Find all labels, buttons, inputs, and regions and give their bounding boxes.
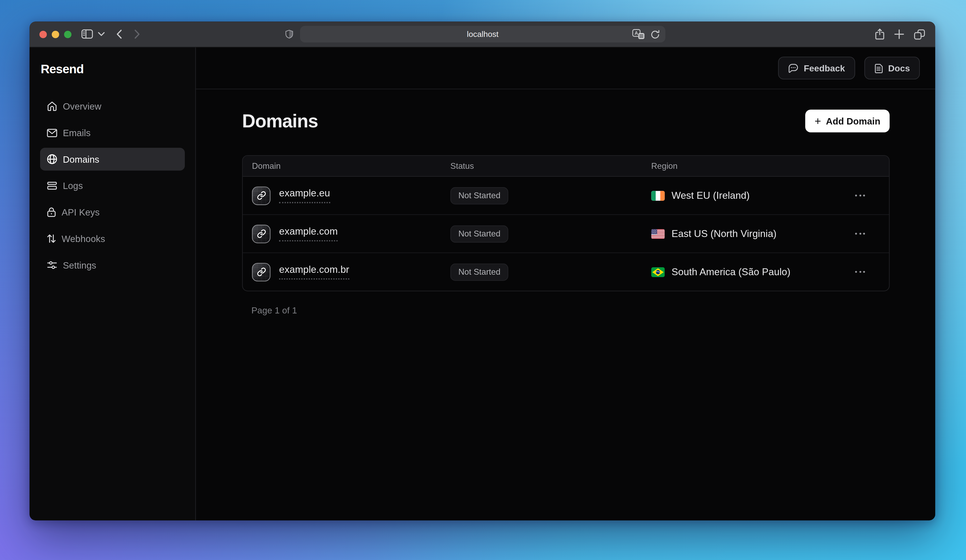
status-badge: Not Started	[450, 225, 508, 242]
table-row: example.eu Not Started West EU (Ireland)	[243, 177, 889, 215]
status-badge: Not Started	[450, 263, 508, 280]
sidebar: Resend Overview	[30, 47, 196, 521]
sidebar-item-domains[interactable]: Domains	[40, 148, 185, 171]
sidebar-item-overview[interactable]: Overview	[40, 95, 185, 118]
docs-button-label: Docs	[888, 63, 910, 73]
row-menu-icon[interactable]	[840, 195, 880, 196]
region-label: South America (São Paulo)	[672, 266, 790, 277]
main-panel: Feedback Docs Domains	[196, 47, 935, 521]
page-title: Domains	[242, 110, 318, 131]
toolbar-left-controls	[81, 21, 140, 47]
link-icon	[252, 186, 271, 205]
home-icon	[47, 101, 57, 111]
globe-icon	[47, 154, 57, 164]
document-icon	[874, 63, 882, 73]
sidebar-item-label: Logs	[63, 180, 83, 191]
arrows-up-down-icon	[47, 233, 56, 244]
pagination-status: Page 1 of 1	[242, 306, 890, 315]
chevron-down-icon[interactable]	[98, 32, 105, 36]
ireland-flag-icon	[651, 190, 665, 200]
status-badge: Not Started	[450, 187, 508, 204]
sidebar-toggle-icon[interactable]	[81, 29, 93, 39]
row-menu-icon[interactable]	[840, 233, 880, 235]
column-header-status: Status	[450, 161, 651, 171]
brazil-flag-icon	[651, 267, 665, 277]
domains-table: Domain Status Region	[242, 155, 890, 291]
region-label: West EU (Ireland)	[672, 190, 749, 201]
translate-icon[interactable]: A	[632, 29, 645, 39]
envelope-icon	[47, 128, 57, 137]
add-domain-button-label: Add Domain	[826, 116, 881, 126]
browser-window: localhost A	[30, 21, 935, 520]
feedback-button-label: Feedback	[804, 63, 845, 73]
domain-link[interactable]: example.com	[279, 226, 338, 242]
svg-text:A: A	[635, 30, 638, 36]
sidebar-item-webhooks[interactable]: Webhooks	[40, 227, 185, 250]
reload-icon[interactable]	[651, 29, 660, 39]
sidebar-item-label: Settings	[63, 260, 96, 270]
docs-button[interactable]: Docs	[864, 57, 920, 79]
row-menu-icon[interactable]	[840, 271, 880, 273]
domain-link[interactable]: example.com.br	[279, 264, 349, 280]
sidebar-item-label: Overview	[63, 101, 102, 111]
plus-icon: +	[815, 115, 821, 127]
sidebar-nav: Overview Emails	[30, 95, 195, 276]
address-bar-icons: A	[632, 26, 660, 43]
sidebar-item-label: Webhooks	[62, 233, 105, 244]
sliders-icon	[47, 260, 57, 270]
sidebar-item-label: Emails	[63, 128, 90, 138]
resend-app: Resend Overview	[30, 47, 935, 521]
sidebar-item-emails[interactable]: Emails	[40, 121, 185, 144]
table-row: example.com.br Not Started Sou	[243, 253, 889, 291]
lock-icon	[47, 207, 56, 217]
table-header-row: Domain Status Region	[243, 156, 889, 177]
link-icon	[252, 263, 271, 281]
sidebar-item-label: API Keys	[62, 207, 100, 217]
sidebar-item-api-keys[interactable]: API Keys	[40, 201, 185, 223]
tab-overview-icon[interactable]	[914, 29, 925, 40]
link-icon	[252, 224, 271, 243]
sidebar-item-label: Domains	[63, 154, 99, 164]
table-row: example.com Not Started	[243, 215, 889, 253]
close-window-button[interactable]	[39, 31, 47, 38]
column-header-region: Region	[651, 161, 840, 171]
desktop: localhost A	[0, 0, 966, 560]
domains-page: Domains + Add Domain Domain Status Regio…	[196, 110, 935, 315]
forward-icon[interactable]	[135, 29, 140, 39]
privacy-shield-icon[interactable]	[285, 29, 293, 39]
domain-link[interactable]: example.eu	[279, 188, 330, 203]
toolbar-right-controls	[875, 21, 925, 47]
back-icon[interactable]	[117, 29, 122, 39]
top-action-bar: Feedback Docs	[196, 47, 935, 90]
logs-icon	[47, 181, 57, 190]
sidebar-item-settings[interactable]: Settings	[40, 254, 185, 277]
column-header-domain: Domain	[252, 161, 450, 171]
us-flag-icon	[651, 229, 665, 239]
browser-toolbar: localhost A	[30, 21, 935, 47]
share-icon[interactable]	[875, 28, 885, 40]
feedback-bubble-icon	[788, 63, 798, 73]
resend-logo: Resend	[41, 62, 195, 76]
sidebar-item-logs[interactable]: Logs	[40, 174, 185, 197]
url-text: localhost	[467, 29, 498, 39]
new-tab-icon[interactable]	[894, 29, 904, 39]
add-domain-button[interactable]: + Add Domain	[805, 110, 890, 133]
minimize-window-button[interactable]	[52, 31, 59, 38]
region-label: East US (North Virginia)	[672, 228, 776, 239]
address-bar[interactable]: localhost A	[300, 26, 665, 43]
zoom-window-button[interactable]	[64, 31, 71, 38]
traffic-lights	[39, 31, 71, 38]
feedback-button[interactable]: Feedback	[778, 57, 855, 79]
